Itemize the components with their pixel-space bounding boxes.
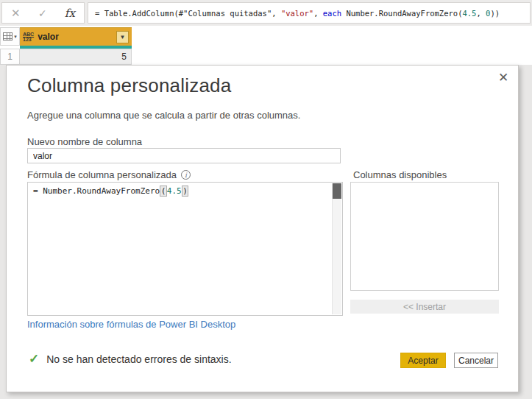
scrollbar-thumb[interactable] [333, 183, 341, 199]
formula-token: Number.RoundAwayFromZero( [341, 9, 462, 18]
formula-token: , [476, 9, 486, 18]
dialog-title: Columna personalizada [27, 74, 231, 97]
custom-column-dialog: ✕ Columna personalizada Agregue una colu… [6, 65, 519, 392]
formula-token: ) [182, 186, 189, 197]
custom-formula-editor[interactable]: = Number.RoundAwayFromZero(4.5) [27, 182, 343, 316]
new-column-name-label: Nuevo nombre de columna [27, 136, 142, 147]
type-icon-abc: ABC [23, 32, 34, 38]
dialog-description: Agregue una columna que se calcula a par… [27, 110, 300, 121]
data-type-any-icon[interactable]: ABC 123 [23, 32, 34, 43]
column-name: valor [38, 32, 116, 42]
dialog-overlay: ✕ Columna personalizada Agregue una colu… [0, 65, 532, 399]
formula-bar: ✕ ✓ fx = Table.AddColumn(#"Columnas quit… [0, 0, 532, 26]
cancel-button[interactable]: Cancelar [454, 353, 498, 368]
commit-formula-icon[interactable]: ✓ [38, 7, 47, 19]
formula-token: 4.5 [167, 186, 182, 196]
new-column-name-input[interactable] [27, 148, 341, 163]
custom-formula-label: Fórmula de columna personalizada i [27, 169, 191, 180]
syntax-status: ✓ No se han detectado errores de sintaxi… [29, 351, 232, 367]
formula-token: = Table.AddColumn(#"Columnas quitadas", [95, 9, 281, 18]
row-number[interactable]: 1 [0, 49, 20, 65]
table-cell-value[interactable]: 5 [20, 49, 132, 65]
close-icon[interactable]: ✕ [495, 69, 511, 85]
formula-bar-actions: ✕ ✓ fx [1, 2, 85, 24]
check-icon: ✓ [29, 351, 39, 367]
type-icon-123: 123 [23, 37, 34, 43]
formula-token: "valor" [281, 9, 313, 18]
table-menu-button[interactable]: ▾ [0, 27, 20, 46]
formula-token: each [323, 9, 341, 18]
info-icon[interactable]: i [181, 170, 191, 180]
custom-formula-label-text: Fórmula de columna personalizada [27, 169, 177, 180]
available-columns-label: Columnas disponibles [353, 169, 447, 180]
data-preview-grid: ▾ ABC 123 valor ▼ 1 5 [0, 26, 532, 65]
column-header-valor[interactable]: ABC 123 valor ▼ [20, 27, 132, 46]
column-filter-button[interactable]: ▼ [116, 31, 129, 43]
formula-bar-input[interactable]: = Table.AddColumn(#"Columnas quitadas", … [88, 2, 531, 24]
formula-token: )) [490, 9, 500, 18]
formula-help-link[interactable]: Información sobre fórmulas de Power BI D… [27, 319, 235, 330]
chevron-down-icon: ▾ [14, 34, 17, 40]
power-query-editor: ✕ ✓ fx = Table.AddColumn(#"Columnas quit… [0, 0, 532, 399]
formula-token: 4.5 [462, 9, 476, 18]
available-columns-list[interactable] [350, 182, 499, 291]
custom-formula-text: = Number.RoundAwayFromZero(4.5) [33, 186, 330, 196]
formula-editor-scrollbar[interactable] [332, 183, 341, 314]
insert-button[interactable]: << Insertar [350, 300, 499, 314]
formula-token: , [313, 9, 323, 18]
formula-token: ( [160, 186, 167, 197]
discard-formula-icon[interactable]: ✕ [11, 7, 21, 20]
accept-button[interactable]: Aceptar [400, 353, 446, 368]
formula-token: = Number.RoundAwayFromZero [33, 186, 160, 196]
syntax-status-text: No se han detectado errores de sintaxis. [46, 353, 231, 365]
table-icon [3, 32, 13, 40]
fx-icon[interactable]: fx [65, 7, 75, 20]
